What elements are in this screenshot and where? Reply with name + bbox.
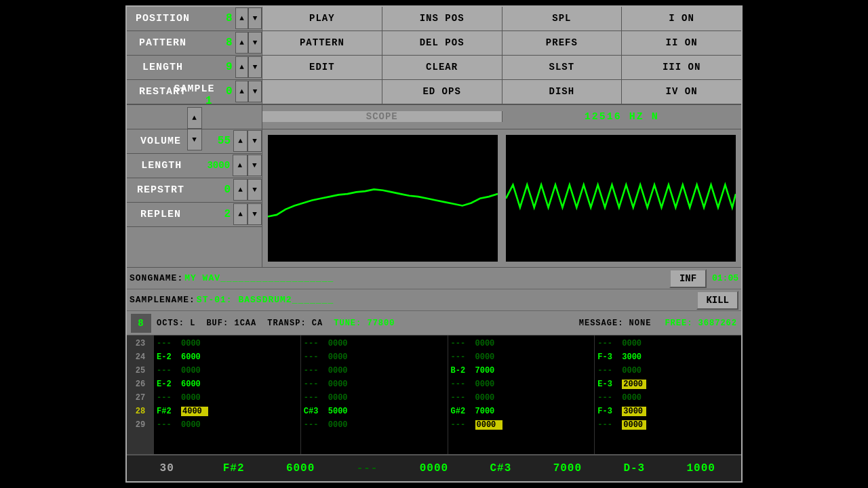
- spl-button[interactable]: SPL: [502, 7, 623, 30]
- position-up[interactable]: ▲: [235, 7, 249, 29]
- t1-r3-val: 6000: [181, 380, 208, 389]
- track-3-row-5: G#27000: [448, 405, 595, 418]
- track-3-row-4: ---0000: [448, 391, 595, 405]
- row-num-28: 28: [127, 405, 154, 418]
- track-1-row-5: F#2 4000: [154, 405, 300, 418]
- del-pos-button[interactable]: DEL POS: [382, 31, 502, 55]
- track-3-row-6: --- 0000: [448, 418, 595, 432]
- t3-r5-val: 7000: [475, 407, 502, 416]
- hz-display: 12516 HZ N: [502, 111, 742, 123]
- row-num-27: 27: [127, 391, 154, 405]
- sample-up[interactable]: ▲: [187, 107, 202, 129]
- pattern-down[interactable]: ▼: [248, 32, 262, 54]
- bottom-t2-val: 0000: [401, 462, 467, 474]
- dish-button[interactable]: DISH: [502, 80, 623, 104]
- t2-r0-val: 0000: [328, 339, 355, 348]
- clear-button[interactable]: CLEAR: [382, 56, 502, 79]
- ed-ops-button[interactable]: ED OPS: [382, 80, 502, 104]
- track-2-row-6: ---0000: [301, 418, 448, 432]
- ii-on-button[interactable]: II ON: [622, 31, 741, 55]
- length-row: LENGTH 9 ▲ ▼: [127, 56, 262, 80]
- message-status: MESSAGE: NONE: [579, 319, 652, 328]
- repstrt-up[interactable]: ▲: [233, 179, 248, 201]
- t1-r5-val: 4000: [181, 407, 208, 416]
- kill-button[interactable]: KILL: [696, 291, 738, 310]
- edit-button[interactable]: EDIT: [262, 56, 382, 79]
- ins-pos-button[interactable]: INS POS: [382, 7, 502, 30]
- t4-r4-note: ---: [597, 393, 622, 403]
- length-label: LENGTH: [127, 62, 199, 73]
- length-value: 9: [199, 61, 235, 73]
- bottom-row-num: 30: [134, 462, 200, 474]
- sample-length-value: 3000: [196, 160, 233, 171]
- t4-r2-note: ---: [597, 366, 622, 375]
- t4-r5-note: F-3: [597, 407, 622, 416]
- track-2-row-5: C#35000: [301, 405, 448, 418]
- iii-on-button[interactable]: III ON: [622, 56, 741, 79]
- slst-button[interactable]: SLST: [502, 56, 623, 79]
- time-display: 01:05: [712, 273, 738, 283]
- sample-label: SAMPLE: [154, 83, 235, 95]
- pattern-label: PATTERN: [127, 37, 199, 49]
- repstrt-label: REPSTRT: [127, 184, 195, 196]
- bottom-t3-val: 7000: [534, 462, 601, 474]
- length-down[interactable]: ▼: [248, 56, 262, 78]
- length-up[interactable]: ▲: [235, 56, 249, 78]
- songname-row: SONGNAME: MY WAV___________________ INF …: [127, 268, 741, 289]
- track-1-row-4: ---0000: [154, 391, 300, 405]
- iv-on-button[interactable]: IV ON: [622, 80, 741, 104]
- volume-value: 55: [195, 135, 233, 147]
- bottom-t1-val: 6000: [267, 462, 334, 474]
- sample-length-label: LENGTH: [127, 160, 196, 171]
- repstrt-down[interactable]: ▼: [248, 179, 262, 201]
- prefs-button[interactable]: PREFS: [502, 31, 623, 55]
- t3-r1-note: ---: [451, 352, 475, 362]
- replen-up[interactable]: ▲: [233, 203, 248, 225]
- track-3-row-3: ---0000: [448, 378, 595, 391]
- sample-length-down[interactable]: ▼: [248, 155, 262, 176]
- t4-r3-val: 2000: [622, 380, 646, 389]
- track-4-row-0: ---0000: [595, 337, 741, 350]
- position-value: 8: [199, 12, 235, 24]
- bottom-t2-note: ---: [334, 462, 400, 474]
- track-1-row-3: E-26000: [154, 378, 300, 391]
- scope-button[interactable]: SCOPE: [262, 111, 502, 122]
- play-button[interactable]: PLAY: [262, 7, 382, 30]
- pattern-up[interactable]: ▲: [235, 32, 249, 54]
- row-num-23: 23: [127, 337, 154, 350]
- sample-value: 1: [174, 95, 215, 107]
- t1-r3-note: E-2: [157, 380, 181, 389]
- volume-label: VOLUME: [127, 136, 195, 147]
- t2-r4-note: ---: [304, 393, 328, 403]
- t2-r5-note: C#3: [304, 407, 328, 416]
- t2-r5-val: 5000: [328, 407, 355, 416]
- volume-down[interactable]: ▼: [248, 130, 262, 152]
- track-2: ---0000 ---0000 ---0000 ---0000 ---0000 …: [301, 336, 448, 454]
- track-2-row-2: ---0000: [301, 364, 448, 378]
- track-1: ---0000 E-26000 ---0000 E-26000 ---0000 …: [154, 336, 301, 454]
- inf-button[interactable]: INF: [669, 269, 707, 288]
- track-1-row-0: ---0000: [154, 337, 300, 350]
- btn-row-3: EDIT CLEAR SLST III ON: [262, 56, 741, 80]
- status-num: 8: [131, 314, 151, 333]
- status-bar: 8 OCTS: L BUF: 1CAA TRANSP: CA TUNE: 778…: [127, 311, 741, 336]
- stop-button[interactable]: [262, 80, 382, 104]
- t2-r4-val: 0000: [328, 393, 355, 403]
- t2-r6-val: 0000: [328, 420, 355, 430]
- pattern-button[interactable]: PATTERN: [262, 31, 382, 55]
- bottom-t4-note: D-3: [601, 462, 667, 474]
- replen-value: 2: [195, 208, 233, 220]
- t3-r4-val: 0000: [475, 393, 502, 403]
- t2-r6-note: ---: [304, 420, 328, 430]
- t3-r4-note: ---: [451, 393, 475, 403]
- replen-down[interactable]: ▼: [248, 203, 262, 225]
- t1-r6-note: ---: [157, 420, 181, 430]
- volume-up[interactable]: ▲: [233, 130, 248, 152]
- sample-length-up[interactable]: ▲: [233, 155, 247, 176]
- position-down[interactable]: ▼: [248, 7, 262, 29]
- i-on-button[interactable]: I ON: [622, 7, 741, 30]
- t4-r4-val: 0000: [622, 393, 649, 403]
- repstrt-value: 0: [195, 184, 233, 196]
- bottom-t4-val: 1000: [668, 462, 734, 474]
- t4-r6-val: 0000: [622, 420, 646, 430]
